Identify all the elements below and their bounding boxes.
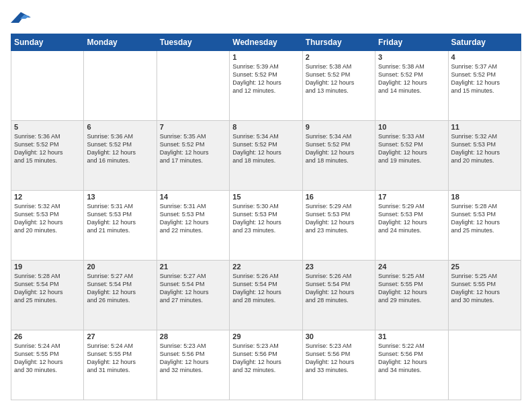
day-number: 9 (306, 123, 372, 131)
day-number: 23 (306, 263, 372, 271)
day-number: 30 (306, 332, 372, 340)
day-info: Sunrise: 5:32 AM Sunset: 5:53 PM Dayligh… (451, 132, 518, 165)
day-info: Sunrise: 5:25 AM Sunset: 5:55 PM Dayligh… (378, 272, 445, 305)
day-info: Sunrise: 5:23 AM Sunset: 5:56 PM Dayligh… (306, 342, 372, 375)
day-info: Sunrise: 5:34 AM Sunset: 5:52 PM Dayligh… (306, 132, 372, 165)
calendar-cell: 29Sunrise: 5:23 AM Sunset: 5:56 PM Dayli… (230, 330, 302, 400)
day-number: 6 (87, 123, 153, 131)
calendar-cell (11, 51, 84, 121)
day-info: Sunrise: 5:36 AM Sunset: 5:52 PM Dayligh… (14, 132, 81, 165)
weekday-header: Sunday (11, 34, 84, 51)
day-info: Sunrise: 5:23 AM Sunset: 5:56 PM Dayligh… (160, 342, 226, 375)
calendar-cell: 7Sunrise: 5:35 AM Sunset: 5:52 PM Daylig… (157, 121, 229, 191)
calendar-cell: 12Sunrise: 5:32 AM Sunset: 5:53 PM Dayli… (11, 191, 84, 261)
day-number: 7 (160, 123, 226, 131)
day-info: Sunrise: 5:22 AM Sunset: 5:56 PM Dayligh… (378, 342, 445, 375)
calendar-cell: 14Sunrise: 5:31 AM Sunset: 5:53 PM Dayli… (157, 191, 229, 261)
day-info: Sunrise: 5:28 AM Sunset: 5:53 PM Dayligh… (451, 202, 518, 235)
logo (11, 11, 34, 27)
calendar-week-row: 1Sunrise: 5:39 AM Sunset: 5:52 PM Daylig… (11, 51, 521, 121)
day-number: 29 (232, 332, 299, 340)
calendar-cell: 30Sunrise: 5:23 AM Sunset: 5:56 PM Dayli… (302, 330, 375, 400)
day-number: 11 (451, 123, 518, 131)
day-info: Sunrise: 5:36 AM Sunset: 5:52 PM Dayligh… (87, 132, 153, 165)
weekday-header: Tuesday (157, 34, 229, 51)
day-number: 24 (378, 263, 445, 271)
calendar-cell: 8Sunrise: 5:34 AM Sunset: 5:52 PM Daylig… (230, 121, 302, 191)
day-info: Sunrise: 5:25 AM Sunset: 5:55 PM Dayligh… (451, 272, 518, 305)
day-info: Sunrise: 5:26 AM Sunset: 5:54 PM Dayligh… (232, 272, 299, 305)
day-info: Sunrise: 5:27 AM Sunset: 5:54 PM Dayligh… (160, 272, 226, 305)
calendar-cell: 28Sunrise: 5:23 AM Sunset: 5:56 PM Dayli… (157, 330, 229, 400)
logo-icon (11, 11, 31, 27)
day-info: Sunrise: 5:24 AM Sunset: 5:55 PM Dayligh… (14, 342, 81, 375)
calendar-cell (448, 330, 521, 400)
svg-marker-0 (11, 12, 31, 23)
weekday-header: Wednesday (230, 34, 302, 51)
day-info: Sunrise: 5:31 AM Sunset: 5:53 PM Dayligh… (160, 202, 226, 235)
calendar-cell: 11Sunrise: 5:32 AM Sunset: 5:53 PM Dayli… (448, 121, 521, 191)
day-number: 18 (451, 193, 518, 201)
weekday-header: Friday (375, 34, 448, 51)
calendar-cell: 6Sunrise: 5:36 AM Sunset: 5:52 PM Daylig… (84, 121, 157, 191)
calendar-cell: 1Sunrise: 5:39 AM Sunset: 5:52 PM Daylig… (230, 51, 302, 121)
calendar-table: SundayMondayTuesdayWednesdayThursdayFrid… (11, 34, 521, 400)
day-number: 12 (14, 193, 81, 201)
calendar-cell: 23Sunrise: 5:26 AM Sunset: 5:54 PM Dayli… (302, 261, 375, 330)
calendar-cell: 21Sunrise: 5:27 AM Sunset: 5:54 PM Dayli… (157, 261, 229, 330)
page: SundayMondayTuesdayWednesdayThursdayFrid… (0, 0, 532, 411)
day-info: Sunrise: 5:24 AM Sunset: 5:55 PM Dayligh… (87, 342, 153, 375)
day-number: 17 (378, 193, 445, 201)
calendar-cell: 24Sunrise: 5:25 AM Sunset: 5:55 PM Dayli… (375, 261, 448, 330)
day-info: Sunrise: 5:28 AM Sunset: 5:54 PM Dayligh… (14, 272, 81, 305)
calendar-week-row: 5Sunrise: 5:36 AM Sunset: 5:52 PM Daylig… (11, 121, 521, 191)
day-info: Sunrise: 5:38 AM Sunset: 5:52 PM Dayligh… (306, 62, 372, 95)
weekday-header: Thursday (302, 34, 375, 51)
calendar-cell: 13Sunrise: 5:31 AM Sunset: 5:53 PM Dayli… (84, 191, 157, 261)
weekday-header-row: SundayMondayTuesdayWednesdayThursdayFrid… (11, 34, 521, 51)
day-number: 16 (306, 193, 372, 201)
day-number: 21 (160, 263, 226, 271)
calendar-cell: 10Sunrise: 5:33 AM Sunset: 5:52 PM Dayli… (375, 121, 448, 191)
day-number: 28 (160, 332, 226, 340)
day-number: 20 (87, 263, 153, 271)
calendar-cell: 16Sunrise: 5:29 AM Sunset: 5:53 PM Dayli… (302, 191, 375, 261)
calendar-cell: 19Sunrise: 5:28 AM Sunset: 5:54 PM Dayli… (11, 261, 84, 330)
calendar-cell (157, 51, 229, 121)
day-info: Sunrise: 5:31 AM Sunset: 5:53 PM Dayligh… (87, 202, 153, 235)
day-info: Sunrise: 5:34 AM Sunset: 5:52 PM Dayligh… (232, 132, 299, 165)
calendar-cell: 18Sunrise: 5:28 AM Sunset: 5:53 PM Dayli… (448, 191, 521, 261)
day-number: 8 (232, 123, 299, 131)
calendar-cell: 17Sunrise: 5:29 AM Sunset: 5:53 PM Dayli… (375, 191, 448, 261)
calendar-cell: 3Sunrise: 5:38 AM Sunset: 5:52 PM Daylig… (375, 51, 448, 121)
calendar-header: SundayMondayTuesdayWednesdayThursdayFrid… (11, 34, 521, 51)
weekday-header: Monday (84, 34, 157, 51)
calendar-body: 1Sunrise: 5:39 AM Sunset: 5:52 PM Daylig… (11, 51, 521, 400)
calendar-cell: 5Sunrise: 5:36 AM Sunset: 5:52 PM Daylig… (11, 121, 84, 191)
calendar-cell (84, 51, 157, 121)
day-number: 4 (451, 53, 518, 61)
calendar-cell: 2Sunrise: 5:38 AM Sunset: 5:52 PM Daylig… (302, 51, 375, 121)
day-info: Sunrise: 5:29 AM Sunset: 5:53 PM Dayligh… (378, 202, 445, 235)
day-info: Sunrise: 5:39 AM Sunset: 5:52 PM Dayligh… (232, 62, 299, 95)
day-info: Sunrise: 5:35 AM Sunset: 5:52 PM Dayligh… (160, 132, 226, 165)
day-number: 15 (232, 193, 299, 201)
day-number: 26 (14, 332, 81, 340)
day-info: Sunrise: 5:29 AM Sunset: 5:53 PM Dayligh… (306, 202, 372, 235)
calendar-cell: 22Sunrise: 5:26 AM Sunset: 5:54 PM Dayli… (230, 261, 302, 330)
day-number: 14 (160, 193, 226, 201)
calendar-cell: 4Sunrise: 5:37 AM Sunset: 5:52 PM Daylig… (448, 51, 521, 121)
day-info: Sunrise: 5:37 AM Sunset: 5:52 PM Dayligh… (451, 62, 518, 95)
day-number: 10 (378, 123, 445, 131)
day-number: 19 (14, 263, 81, 271)
day-number: 3 (378, 53, 445, 61)
day-info: Sunrise: 5:30 AM Sunset: 5:53 PM Dayligh… (232, 202, 299, 235)
day-number: 5 (14, 123, 81, 131)
header (11, 11, 521, 27)
calendar-week-row: 12Sunrise: 5:32 AM Sunset: 5:53 PM Dayli… (11, 191, 521, 261)
calendar-cell: 31Sunrise: 5:22 AM Sunset: 5:56 PM Dayli… (375, 330, 448, 400)
day-info: Sunrise: 5:23 AM Sunset: 5:56 PM Dayligh… (232, 342, 299, 375)
day-number: 2 (306, 53, 372, 61)
day-number: 27 (87, 332, 153, 340)
day-info: Sunrise: 5:26 AM Sunset: 5:54 PM Dayligh… (306, 272, 372, 305)
